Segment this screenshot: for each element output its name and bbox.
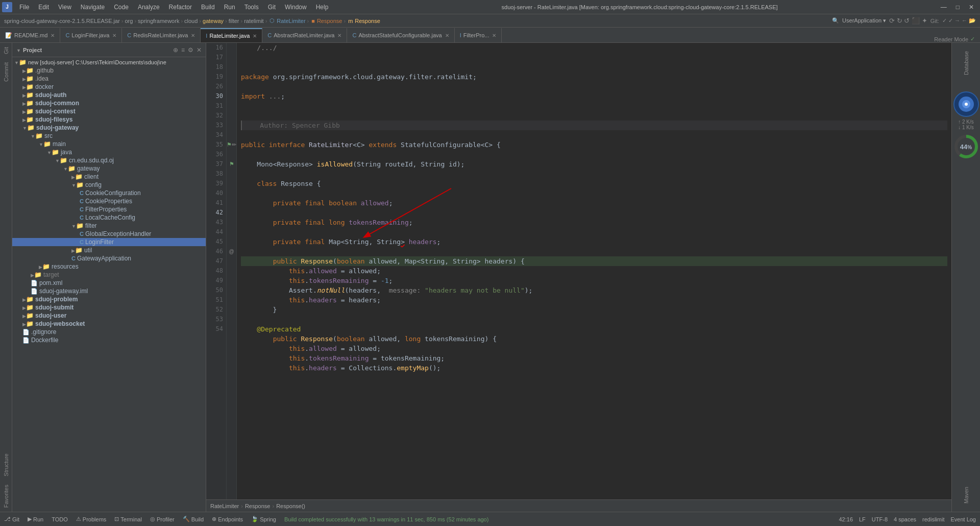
tree-sduoj-common[interactable]: 📁 sduoj-common	[12, 99, 206, 107]
sb-spring[interactable]: 🍃 Spring	[251, 516, 276, 522]
bc-response[interactable]: Response	[317, 18, 342, 24]
tree-src[interactable]: 📁 src	[12, 132, 206, 140]
tab-ratelimiter[interactable]: I RateLimiter.java ✕	[201, 28, 262, 42]
tree-util[interactable]: 📁 util	[12, 246, 206, 254]
menu-run[interactable]: Run	[220, 3, 239, 12]
tab-abstractstateful-close[interactable]: ✕	[445, 33, 449, 38]
bottom-nav-response-method[interactable]: Response()	[276, 503, 305, 509]
user-application[interactable]: UserApplication ▾	[842, 17, 886, 24]
menu-git[interactable]: Git	[264, 3, 280, 12]
toolbar-icons[interactable]: ⟳ ↻ ↺ ⬛ ✦	[889, 17, 927, 25]
tree-iml[interactable]: 📄 sduoj-gateway.iml	[12, 287, 206, 295]
sb-indent[interactable]: 4 spaces	[894, 516, 916, 522]
tree-main[interactable]: 📁 main	[12, 140, 206, 148]
vtab-commit[interactable]: Commit	[1, 58, 11, 86]
sb-profiler[interactable]: ◎ Profiler	[150, 516, 175, 522]
tree-sduoj-contest[interactable]: 📁 sduoj-contest	[12, 107, 206, 115]
tree-target[interactable]: 📁 target	[12, 271, 206, 279]
tree-docker[interactable]: 📁 docker	[12, 83, 206, 91]
sb-run[interactable]: ▶ Run	[28, 516, 43, 522]
tree-sduoj-filesys[interactable]: 📁 sduoj-filesys	[12, 115, 206, 124]
tab-filterpro-close[interactable]: ✕	[492, 33, 496, 38]
panel-icon-close[interactable]: ✕	[197, 46, 202, 54]
vtab-git[interactable]: Git	[1, 43, 11, 58]
sb-git[interactable]: ⎇ Git	[4, 516, 19, 522]
vtab-database[interactable]: Database	[961, 47, 971, 79]
sb-todo[interactable]: TODO	[52, 516, 68, 522]
tree-sduoj-auth[interactable]: 📁 sduoj-auth	[12, 91, 206, 99]
search-icon[interactable]: 🔍	[832, 17, 839, 24]
tree-idea[interactable]: 📁 .idea	[12, 75, 206, 83]
tab-abstractratelimiter-close[interactable]: ✕	[337, 33, 341, 38]
tab-abstractratelimiter[interactable]: C AbstractRateLimiter.java ✕	[262, 28, 347, 42]
sb-branch[interactable]: redislimit	[922, 516, 944, 522]
reader-mode-button[interactable]: Reader Mode ✓	[929, 36, 980, 42]
tree-gateway-sub[interactable]: 📁 gateway	[12, 164, 206, 173]
tree-dockerfile[interactable]: 📄 Dockerfile	[12, 336, 206, 344]
tab-abstractstateful[interactable]: C AbstractStatefulConfigurable.java ✕	[347, 28, 454, 42]
sb-endpoints[interactable]: ⊕ Endpoints	[212, 516, 243, 522]
menu-build[interactable]: Build	[197, 3, 219, 12]
tree-sduoj-submit[interactable]: 📁 sduoj-submit	[12, 303, 206, 312]
tab-readme-close[interactable]: ✕	[51, 33, 55, 38]
menu-help[interactable]: Help	[312, 3, 333, 12]
tab-filterpro[interactable]: I FilterPro... ✕	[455, 28, 502, 42]
tab-ratelimiter-close[interactable]: ✕	[253, 33, 257, 39]
tree-cookieconfiguration[interactable]: C CookieConfiguration	[12, 189, 206, 197]
menu-view[interactable]: View	[54, 3, 76, 12]
minimize-button[interactable]: —	[937, 3, 951, 12]
tree-gatewayapp[interactable]: C GatewayApplication	[12, 254, 206, 262]
bc-filter[interactable]: filter	[229, 18, 239, 24]
maximize-button[interactable]: □	[952, 3, 964, 12]
tree-gitignore[interactable]: 📄 .gitignore	[12, 328, 206, 336]
menu-edit[interactable]: Edit	[34, 3, 53, 12]
sb-problems[interactable]: ⚠ Problems	[76, 516, 106, 522]
menu-file[interactable]: File	[15, 3, 33, 12]
tree-sduoj-problem[interactable]: 📁 sduoj-problem	[12, 295, 206, 303]
bc-gateway[interactable]: gateway	[203, 18, 224, 24]
tree-pom[interactable]: 📄 pom.xml	[12, 279, 206, 287]
sb-encoding[interactable]: UTF-8	[872, 516, 888, 522]
menu-code[interactable]: Code	[110, 3, 133, 12]
sb-cursor-pos[interactable]: 42:16	[839, 516, 853, 522]
sb-build[interactable]: 🔨 Build	[183, 516, 204, 522]
tab-redisratelimiter[interactable]: C RedisRateLimiter.java ✕	[122, 28, 201, 42]
bc-ratelimiter[interactable]: RateLimiter	[277, 18, 305, 24]
bottom-nav-ratelimiter[interactable]: RateLimiter	[210, 503, 239, 509]
tab-loginfilter[interactable]: C LoginFilter.java ✕	[60, 28, 122, 42]
bottom-nav-response-class[interactable]: Response	[245, 503, 271, 509]
panel-icon-collapse[interactable]: ≡	[181, 46, 185, 54]
vtab-favorites[interactable]: Favorites	[1, 481, 11, 512]
bc-org[interactable]: org	[125, 18, 133, 24]
close-button[interactable]: ✕	[965, 3, 978, 12]
menu-refactor[interactable]: Refactor	[165, 3, 196, 12]
tree-config[interactable]: 📁 config	[12, 181, 206, 189]
bc-jar[interactable]: spring-cloud-gateway-core-2.1.5.RELEASE.…	[4, 18, 120, 24]
menu-window[interactable]: Window	[281, 3, 311, 12]
sb-line-sep[interactable]: LF	[859, 516, 866, 522]
bc-response-method[interactable]: Response	[355, 18, 380, 24]
panel-icon-locate[interactable]: ⊕	[173, 46, 178, 54]
tree-resources[interactable]: 📁 resources	[12, 262, 206, 271]
bc-ratelimit[interactable]: ratelimit	[244, 18, 264, 24]
tree-filterproperties[interactable]: C FilterProperties	[12, 205, 206, 213]
code-editor[interactable]: /.../ package org.springframework.cloud.…	[237, 43, 951, 499]
tree-localcacheconfig[interactable]: C LocalCacheConfig	[12, 213, 206, 222]
git-icons[interactable]: ✓ ✓ → ← 📂	[942, 17, 976, 24]
tree-sduoj-websocket[interactable]: 📁 sduoj-websocket	[12, 320, 206, 328]
tab-redisratelimiter-close[interactable]: ✕	[191, 33, 195, 38]
bc-springframework[interactable]: springframework	[138, 18, 179, 24]
vtab-structure[interactable]: Structure	[1, 449, 11, 481]
tab-loginfilter-close[interactable]: ✕	[112, 33, 116, 38]
tree-sduoj-user[interactable]: 📁 sduoj-user	[12, 312, 206, 320]
sb-event-log[interactable]: Event Log	[950, 516, 976, 522]
tree-globalexception[interactable]: C GlobalExceptionHandler	[12, 230, 206, 238]
tree-filter[interactable]: 📁 filter	[12, 222, 206, 230]
tree-root[interactable]: 📁 new [sduoj-server] C:\Users\Tekim\Docu…	[12, 58, 206, 66]
tree-cookieproperties[interactable]: C CookieProperties	[12, 197, 206, 205]
vtab-maven[interactable]: Maven	[961, 483, 971, 508]
tree-package[interactable]: 📁 cn.edu.sdu.qd.oj	[12, 156, 206, 164]
tree-java[interactable]: 📁 java	[12, 148, 206, 156]
menu-analyze[interactable]: Analyze	[134, 3, 164, 12]
panel-icon-settings[interactable]: ⚙	[188, 46, 193, 54]
